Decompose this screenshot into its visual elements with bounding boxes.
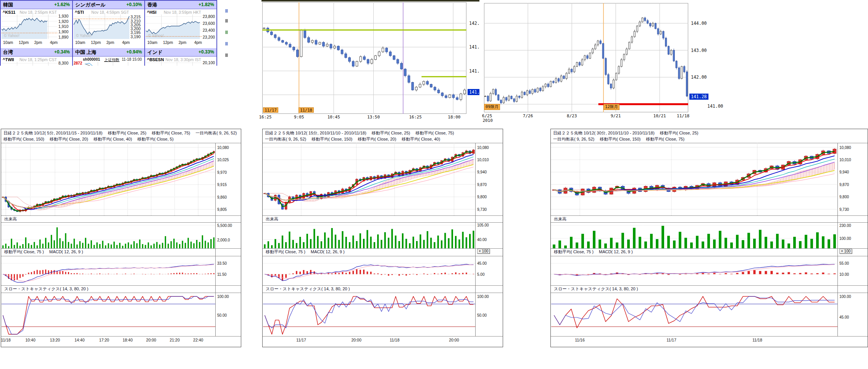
xtick-label: 10:40 <box>25 338 35 342</box>
contract-box: 12限月 <box>603 104 620 110</box>
ytick-label: 10.00 <box>839 272 849 277</box>
bond-daily-chart[interactable]: 債券は過去の下限レベルまで下がってきた。 債券が押し目買いされるようだと、株は売… <box>479 0 758 121</box>
macd-panel[interactable] <box>551 256 837 285</box>
market-panel-header: シンガポール+0.10% <box>73 1 144 9</box>
ytick-label: 10,025 <box>217 158 229 162</box>
xtick-label: 12pm <box>91 40 101 45</box>
chart-title-line2: 一目均衡表( 9, 26, 52) 移動平均( Close, 150) 移動平均… <box>265 136 440 142</box>
price-panel[interactable] <box>263 143 475 215</box>
ytick-label: 11.50 <box>217 272 226 277</box>
ytick-label: 50.00 <box>477 313 487 317</box>
xtick-label: 17:20 <box>99 338 109 342</box>
market-panel-singapore[interactable]: シンガポール+0.10%^STINov 18, 4:59pm SGT3,2153… <box>73 1 145 49</box>
macd-label: 移動平均( Close, 75 ) MACD( 12, 26, 9 ) <box>266 249 345 255</box>
mini-chart-plot[interactable] <box>146 62 202 66</box>
market-panel-hongkong[interactable]: 香港+1.82%^HSINov 18, 3:59pm HKT23,80023,6… <box>145 1 217 49</box>
ytick-label: 23,800 <box>203 14 217 19</box>
panel-separator <box>1 248 241 249</box>
xtick-label: 14:40 <box>74 338 84 342</box>
nikkei-chart-nikkei_15min[interactable]: 日経２２５先物 10/12( 15分, 2010/11/10 - 2010/11… <box>262 129 503 347</box>
market-panel-shanghai[interactable]: 中国 上海+0.94%sh000001上证指数11-18 15:00287228… <box>73 48 145 66</box>
market-panel-korea[interactable]: 韓国+1.62%^KS11Nov 18, 2:55pm KST1,9301,92… <box>1 1 73 49</box>
window-fragment <box>225 31 228 34</box>
market-panel-india[interactable]: インド+0.33%^BSESNNov 18, 3:30pm IST20,1002… <box>145 48 217 66</box>
mini-chart-plot[interactable] <box>2 62 57 66</box>
xtick-label: 11/18 <box>677 113 689 118</box>
market-change: +0.94% <box>126 49 142 55</box>
xtick-label: 10am <box>147 40 157 45</box>
ytick-label: 100.00 <box>839 236 851 241</box>
macd-panel[interactable] <box>2 256 215 285</box>
market-title: 韓国 <box>3 2 13 8</box>
ytick-label: 9,730 <box>839 207 849 212</box>
market-title: 台湾 <box>3 49 13 56</box>
stochastics-label: スロー・ストキャスティクス( 14, 3, 80, 20 ) <box>554 286 638 292</box>
candlestick-plot[interactable] <box>262 2 466 114</box>
ytick-label: 5.00 <box>477 272 484 277</box>
panel-separator <box>551 215 868 216</box>
nikkei-chart-nikkei_5min[interactable]: 日経２２５先物 10/12( 5分, 2010/11/15 - 2010/11/… <box>1 129 241 347</box>
bond-intraday-chart[interactable]: 9:00 H : 141.98 17:45 L : 141.17 141.28 … <box>261 0 498 121</box>
market-change: +0.33% <box>198 49 214 55</box>
market-timestamp: Nov 18, 1:25pm CST <box>19 57 57 62</box>
ytick-label: 10,010 <box>477 158 489 162</box>
times-100-badge: × 100 <box>477 249 490 254</box>
macd-label: 移動平均( Close, 75 ) MACD( 12, 26, 9 ) <box>4 249 83 255</box>
mini-chart-plot[interactable] <box>83 62 143 66</box>
ytick-label: 100.00 <box>839 295 851 299</box>
market-panel-taiwan[interactable]: 台湾+0.34%^TWIINov 18, 1:25pm CST8,3008,28… <box>1 48 73 66</box>
axis-separator <box>837 143 838 336</box>
price-panel[interactable] <box>2 143 215 215</box>
xtick-label: 9/21 <box>611 113 621 118</box>
xtick-label: 11/18 <box>1 338 11 342</box>
stochastics-label: スロー・ストキャスティクス( 14, 3, 80, 20 ) <box>4 286 88 292</box>
stochastics-panel[interactable] <box>263 293 475 336</box>
stochastics-panel[interactable] <box>2 293 215 336</box>
xtick-label: 8/23 <box>567 113 577 118</box>
ytick-label: 144.00 <box>691 21 707 26</box>
market-symbol: ^STI <box>75 10 84 15</box>
axis-separator <box>475 143 476 336</box>
candlestick-plot[interactable] <box>484 3 688 112</box>
chart-title-line2: 一目均衡表( 9, 26, 52) 移動平均( Close, 150) 移動平均… <box>553 136 684 142</box>
chart-title-line1: 日経２２５先物 10/12( 30分, 2010/11/10 - 2010/11… <box>553 130 698 136</box>
ytick-label: 10,010 <box>839 158 851 162</box>
volume-panel[interactable] <box>263 222 475 248</box>
ytick-label: 20,100 <box>203 60 217 65</box>
market-change: +1.62% <box>54 2 70 7</box>
last-price-tag: 141.28 <box>689 94 708 100</box>
market-title: インド <box>147 49 163 56</box>
market-timestamp: Nov 18, 2:55pm KST <box>20 10 57 15</box>
ytick-label: 1,900 <box>58 29 73 34</box>
nikkei-chart-nikkei_30min[interactable]: 日経２２５先物 10/12( 30分, 2010/11/10 - 2010/11… <box>550 129 868 347</box>
market-change: +0.10% <box>126 2 142 7</box>
price-panel[interactable] <box>551 143 837 215</box>
date-box: 11/17 <box>263 107 278 113</box>
ytick-label: 8,300 <box>58 61 73 65</box>
xtick-label: 2pm <box>106 40 114 45</box>
panel-separator <box>263 336 503 337</box>
ytick-label: 2872 <box>74 61 82 65</box>
panel-separator <box>263 248 503 249</box>
xtick-label: 11/17 <box>666 338 676 342</box>
chart-title-line1: 日経２２５先物 10/12( 15分, 2010/11/10 - 2010/11… <box>265 130 454 136</box>
volume-label: 出来高 <box>554 216 566 222</box>
ytick-label: 23,200 <box>203 35 217 39</box>
yahoo-watermark: © Yahoo! <box>4 34 19 38</box>
xtick-label: 11/17 <box>296 338 306 342</box>
xtick-label: 10:45 <box>328 115 340 120</box>
panel-separator <box>551 248 868 249</box>
ytick-label: 45.00 <box>477 261 487 265</box>
ytick-label: 9,915 <box>217 183 227 187</box>
market-symbol: ^KS11 <box>3 10 15 15</box>
stochastics-panel[interactable] <box>551 293 837 336</box>
ytick-label: 33.50 <box>217 261 227 265</box>
volume-panel[interactable] <box>2 222 215 248</box>
ytick-label: 1,890 <box>58 35 73 39</box>
ytick-label: 55.00 <box>839 261 849 265</box>
macd-panel[interactable] <box>263 256 475 285</box>
window-fragment <box>225 42 228 45</box>
volume-panel[interactable] <box>551 222 837 248</box>
panel-separator <box>1 285 241 286</box>
times-100-badge: × 100 <box>839 249 852 254</box>
